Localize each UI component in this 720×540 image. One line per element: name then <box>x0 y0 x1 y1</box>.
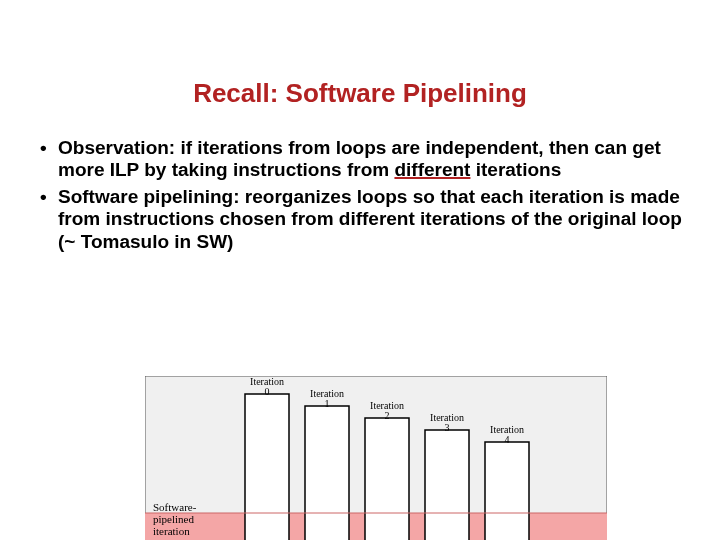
bullet-item: Observation: if iterations from loops ar… <box>40 137 690 182</box>
slide: Recall: Software Pipelining Observation:… <box>0 78 720 540</box>
iteration-box-3: Iteration 3 <box>425 412 469 540</box>
iteration-number: 2 <box>385 410 390 421</box>
svg-rect-4 <box>305 406 349 540</box>
iteration-number: 0 <box>265 386 270 397</box>
diagram-side-label: iteration <box>153 525 190 537</box>
bullet-text: iterations <box>470 159 561 180</box>
iteration-number: 3 <box>445 422 450 433</box>
iteration-box-1: Iteration 1 <box>305 388 349 540</box>
bullet-underline: different <box>394 159 470 180</box>
bullet-item: Software pipelining: reorganizes loops s… <box>40 186 690 253</box>
iteration-box-4: Iteration 4 <box>485 424 529 540</box>
svg-rect-6 <box>425 430 469 540</box>
bullet-text: Observation: if iterations from loops ar… <box>58 137 661 180</box>
svg-rect-7 <box>485 442 529 540</box>
iteration-box-2: Iteration 2 <box>365 400 409 540</box>
diagram-side-label: Software- <box>153 501 197 513</box>
bullet-list: Observation: if iterations from loops ar… <box>40 137 690 253</box>
pipelining-diagram: Software- pipelined iteration Iteration … <box>145 376 607 540</box>
diagram-side-label: pipelined <box>153 513 194 525</box>
bullet-text: Software pipelining: reorganizes loops s… <box>58 186 682 252</box>
svg-rect-3 <box>245 394 289 540</box>
svg-rect-5 <box>365 418 409 540</box>
iteration-number: 1 <box>325 398 330 409</box>
iteration-box-0: Iteration 0 <box>245 376 289 540</box>
iteration-number: 4 <box>505 434 510 445</box>
slide-title: Recall: Software Pipelining <box>0 78 720 109</box>
